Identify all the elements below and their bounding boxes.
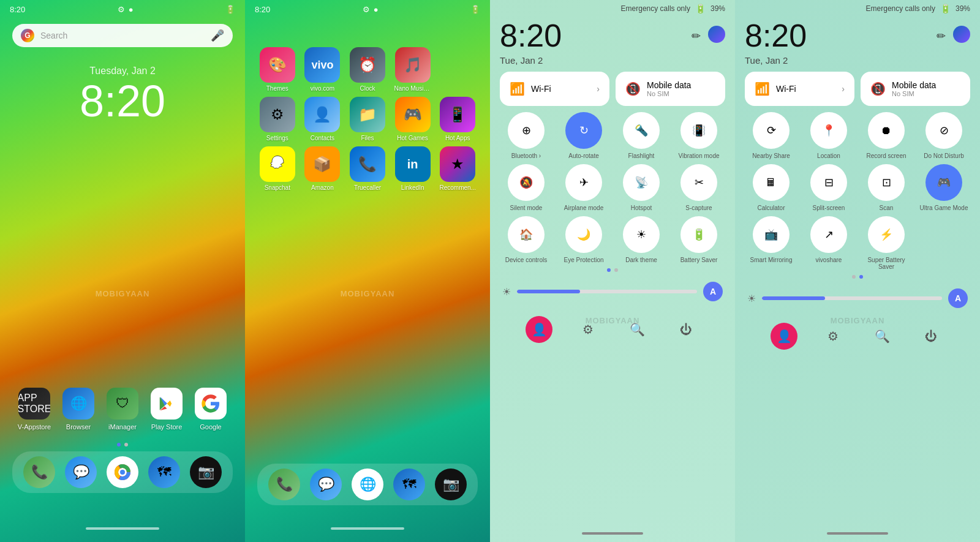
hotgames-label: Hot Games (397, 135, 428, 141)
dock-p2-camera[interactable]: 📷 (430, 469, 472, 500)
grid-truecaller[interactable]: 📞 Truecaller (347, 146, 388, 191)
panel-drawer: 8:20 ⚙ ● 🔋 🎨 Themes vivo vivo.com ⏰ Cloc… (245, 0, 490, 542)
search-bar[interactable]: G Search 🎤 (12, 24, 233, 47)
app-google[interactable]: Google (190, 388, 232, 431)
tile-airplane-p3[interactable]: ✈ Airplane mode (557, 164, 610, 211)
tile-darktheme-p3[interactable]: ☀ Dark theme (615, 216, 668, 263)
dock-p2-chrome[interactable]: 🌐 (347, 469, 388, 500)
linkedin-label: LinkedIn (401, 184, 424, 191)
app-browser[interactable]: 🌐 Browser (58, 388, 99, 431)
mobile-tile-p3[interactable]: 📵 Mobile data No SIM (616, 72, 725, 106)
tiles-grid-3-p3: 🏠 Device controls 🌙 Eye Protection ☀ Dar… (490, 216, 735, 263)
grid-settings[interactable]: ⚙ Settings (257, 97, 298, 141)
dock-messages[interactable]: 💬 (60, 456, 102, 488)
tiles-grid-3-p4: 📺 Smart Mirroring ↗ vivoshare ⚡ Super Ba… (735, 216, 980, 270)
grid-music[interactable]: 🎵 Nano Music Player (393, 47, 433, 92)
mobile-icon-p4: 📵 (870, 81, 886, 96)
page-dots-p1 (12, 443, 233, 446)
panel-notif-1: Emergency calls only 🔋 39% 8:20 Tue, Jan… (490, 0, 735, 542)
location-label-p4: Location (817, 152, 840, 159)
tile-smartmirror-p4[interactable]: 📺 Smart Mirroring (745, 216, 797, 270)
grid-hotgames[interactable]: 🎮 Hot Games (393, 97, 433, 141)
dock-camera[interactable]: 📷 (185, 456, 227, 488)
tile-nearbyshare-p4[interactable]: ⟳ Nearby Share (745, 112, 797, 159)
grid-linkedin[interactable]: in LinkedIn (393, 146, 433, 191)
time-header-p3: 8:20 Tue, Jan 2 ✏ (490, 17, 735, 66)
search-action-p3[interactable]: 🔍 (624, 316, 650, 343)
dock-p2-messages-icon: 💬 (310, 469, 342, 500)
tile-splitscreen-p4[interactable]: ⊟ Split-screen (802, 164, 855, 211)
tile-calculator-p4[interactable]: 🖩 Calculator (745, 164, 797, 211)
app-vappstore[interactable]: APPSTORE V-Appstore (13, 388, 55, 431)
panel-home: 8:20 ⚙ ● 🔋 G Search 🎤 Tuesday, Jan 2 8:2… (0, 0, 245, 542)
power-action-p3[interactable]: ⏻ (673, 316, 699, 343)
brightness-bar-p4[interactable] (762, 296, 942, 300)
superbat-label-p4: Super Battery Saver (860, 257, 913, 270)
tile-bluetooth-p3[interactable]: ⊕ Bluetooth › (500, 112, 552, 159)
dock-p2-messages[interactable]: 💬 (305, 469, 347, 500)
brightness-fill-p3 (517, 290, 580, 293)
tile-superbat-p4[interactable]: ⚡ Super Battery Saver (860, 216, 913, 270)
search-action-p4[interactable]: 🔍 (869, 323, 895, 350)
tile-silent-p3[interactable]: 🔕 Silent mode (500, 164, 552, 211)
dock-phone[interactable]: 📞 (18, 456, 60, 488)
grid-amazon[interactable]: 📦 Amazon (303, 146, 343, 191)
wifi-icon-p3: 📶 (510, 81, 525, 96)
grid-recommended[interactable]: ★ Recommen... (437, 146, 478, 191)
tile-devctrl-p3[interactable]: 🏠 Device controls (500, 216, 552, 263)
brightness-low-icon-p3: ☀ (502, 286, 511, 298)
tile-ugamemode-p4[interactable]: 🎮 Ultra Game Mode (918, 164, 970, 211)
dock-p2-phone[interactable]: 📞 (263, 469, 305, 500)
wifi-tile-p3[interactable]: 📶 Wi-Fi › (500, 72, 609, 106)
tile-dnd-p4[interactable]: ⊘ Do Not Disturb (918, 112, 970, 159)
imanager-icon: 🛡 (107, 388, 138, 420)
brightness-avatar-p4: A (948, 288, 968, 308)
bluetooth-label-p3: Bluetooth › (511, 152, 541, 159)
tile-hotspot-p3[interactable]: 📡 Hotspot (615, 164, 668, 211)
grid-clock[interactable]: ⏰ Clock (347, 47, 388, 92)
edit-icon-p4[interactable]: ✏ (937, 29, 946, 43)
wifi-chevron-p4: › (842, 84, 845, 94)
grid-themes[interactable]: 🎨 Themes (257, 47, 298, 92)
tile-scapture-p3[interactable]: ✂ S-capture (673, 164, 725, 211)
hotapps-label: Hot Apps (445, 135, 470, 141)
autorotate-icon-p3: ↻ (565, 112, 602, 149)
tile-eyeprot-p3[interactable]: 🌙 Eye Protection (557, 216, 610, 263)
spacer-p4 (735, 66, 980, 72)
grid-hotapps[interactable]: 📱 Hot Apps (437, 97, 478, 141)
brightness-bar-p3[interactable] (517, 290, 697, 293)
airplane-label-p3: Airplane mode (564, 205, 603, 211)
grid-files[interactable]: 📁 Files (347, 97, 388, 141)
settings-action-p4[interactable]: ⚙ (820, 323, 846, 350)
user-action-p3[interactable]: 👤 (526, 316, 552, 343)
edit-icon-p3[interactable]: ✏ (692, 29, 701, 43)
tile-scan-p4[interactable]: ⊡ Scan (860, 164, 913, 211)
tile-location-p4[interactable]: 📍 Location (802, 112, 855, 159)
color-icon-p4[interactable] (953, 26, 970, 46)
user-action-p4[interactable]: 👤 (771, 323, 797, 350)
app-imanager[interactable]: 🛡 iManager (102, 388, 143, 431)
dock-maps[interactable]: 🗺 (143, 456, 185, 488)
mobile-sub-p4: No SIM (892, 90, 936, 97)
tile-vivoshare-p4[interactable]: ↗ vivoshare (802, 216, 855, 270)
tile-vibration-p3[interactable]: 📳 Vibration mode (673, 112, 725, 159)
color-icon-p3[interactable] (708, 26, 725, 46)
app-playstore[interactable]: Play Store (146, 388, 187, 431)
grid-snapchat[interactable]: Snapchat (257, 146, 298, 191)
grid-vivo[interactable]: vivo vivo.com (303, 47, 343, 92)
tile-recordscreen-p4[interactable]: ⏺ Record screen (860, 112, 913, 159)
dock-p2-maps[interactable]: 🗺 (388, 469, 430, 500)
location-icon-p4: 📍 (810, 112, 847, 149)
emergency-bar-p4: Emergency calls only 🔋 39% (735, 0, 980, 17)
tile-autorotate-p3[interactable]: ↻ Auto-rotate (557, 112, 610, 159)
dock-chrome[interactable] (102, 456, 143, 488)
tile-batsaver-p3[interactable]: 🔋 Battery Saver (673, 216, 725, 263)
power-action-p4[interactable]: ⏻ (918, 323, 944, 350)
grid-contacts[interactable]: 👤 Contacts (303, 97, 343, 141)
tile-flashlight-p3[interactable]: 🔦 Flashlight (615, 112, 668, 159)
settings-action-p3[interactable]: ⚙ (575, 316, 601, 343)
mobile-tile-p4[interactable]: 📵 Mobile data No SIM (861, 72, 970, 106)
wifi-tile-p4[interactable]: 📶 Wi-Fi › (745, 72, 854, 106)
mic-icon[interactable]: 🎤 (211, 29, 224, 42)
svg-point-7 (120, 470, 125, 475)
